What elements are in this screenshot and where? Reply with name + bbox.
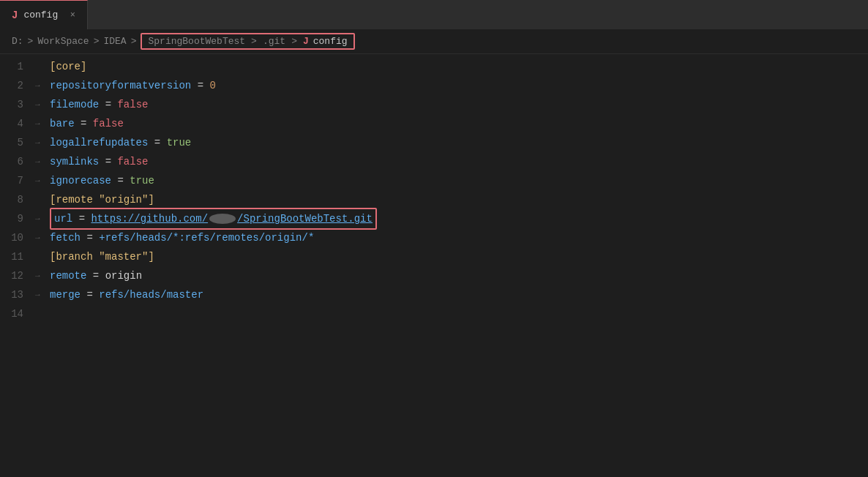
code-line-12: 12 → remote = origin [0,266,868,285]
val-repositoryformatversion: 0 [209,80,215,91]
tab-label: config [23,10,58,20]
equals-6: = [105,156,118,168]
line-content-3: filemode = false [50,95,868,114]
line-content-13: merge = refs/heads/master [50,285,868,304]
tab-file-icon: J [12,10,18,21]
line-content-10: fetch = +refs/heads/*:refs/remotes/origi… [50,228,868,247]
line-arrow-4: → [35,114,50,133]
line-arrow-12: → [35,266,50,285]
line-arrow-6: → [35,152,50,171]
equals-10: = [86,232,99,244]
key-ignorecase: ignorecase [50,175,111,187]
breadcrumb-project[interactable]: SpringBootWebTest [148,36,245,47]
line-content-8: [remote "origin"] [50,190,868,209]
key-fetch: fetch [50,232,81,244]
tab-close-button[interactable]: × [70,10,75,20]
val-bare: false [93,118,124,129]
line-number-3: 3 [0,95,35,114]
breadcrumb-filename: config [313,36,348,47]
val-url-suffix: /SpringBootWebTest.git [237,213,373,225]
line-arrow-10: → [35,228,50,247]
code-line-11: 11 [branch "master"] [0,247,868,266]
val-url-prefix: https://github.com/ [91,213,208,225]
breadcrumb-sep-2: > [94,36,100,47]
code-line-10: 10 → fetch = +refs/heads/*:refs/remotes/… [0,228,868,247]
url-line-highlight: url = https://github.com//SpringBootWebT… [50,208,377,230]
line-number-2: 2 [0,76,35,95]
line-content-4: bare = false [50,114,868,133]
equals-3: = [105,99,118,110]
breadcrumb-highlighted-section: SpringBootWebTest > .git > J config [141,33,354,50]
tab-bar: J config × [0,0,868,29]
line-number-8: 8 [0,190,35,209]
equals-5: = [154,137,167,149]
code-line-9: 9 → url = https://github.com//SpringBoot… [0,209,868,228]
line-content-2: repositoryformatversion = 0 [50,76,868,95]
breadcrumb-workspace[interactable]: WorkSpace [37,36,89,47]
line-arrow-9: → [35,209,50,228]
editor-area: 1 [core] 2 → repositoryformatversion = 0… [0,54,868,477]
line-number-14: 14 [0,304,35,323]
code-line-13: 13 → merge = refs/heads/master [0,285,868,304]
key-repositoryformatversion: repositoryformatversion [50,80,191,91]
code-line-4: 4 → bare = false [0,114,868,133]
breadcrumb-git[interactable]: .git [263,36,285,47]
breadcrumb-sep-3: > [131,36,137,47]
val-remote: origin [105,270,142,282]
key-url: url [54,213,72,225]
line-number-10: 10 [0,228,35,247]
breadcrumb-sep-1: > [28,36,34,47]
line-arrow-7: → [35,171,50,190]
line-number-6: 6 [0,152,35,171]
url-obscured [209,214,236,224]
line-number-1: 1 [0,57,35,76]
val-fetch: +refs/heads/*:refs/remotes/origin/* [99,232,314,244]
line-arrow-13: → [35,285,50,304]
line-number-13: 13 [0,285,35,304]
line-arrow-3: → [35,95,50,114]
breadcrumb-sep-5: > [291,36,297,47]
equals-12: = [93,270,105,282]
code-content: 1 [core] 2 → repositoryformatversion = 0… [0,54,868,326]
code-line-1: 1 [core] [0,57,868,76]
line-number-11: 11 [0,247,35,266]
config-tab[interactable]: J config × [0,0,88,29]
breadcrumb-file-icon: J [303,36,309,47]
key-symlinks: symlinks [50,156,99,168]
breadcrumb-bar: D: > WorkSpace > IDEA > SpringBootWebTes… [0,29,868,54]
line-content-12: remote = origin [50,266,868,285]
val-ignorecase: true [130,175,154,187]
val-merge: refs/heads/master [99,289,203,301]
equals-13: = [86,289,99,301]
breadcrumb-drive: D: [12,36,23,47]
line-number-9: 9 [0,209,35,228]
line-content-1: [core] [50,57,868,76]
breadcrumb-sep-4: > [251,36,257,47]
code-line-2: 2 → repositoryformatversion = 0 [0,76,868,95]
line-arrow-2: → [35,76,50,95]
equals-4: = [81,118,93,129]
breadcrumb-idea[interactable]: IDEA [103,36,126,47]
key-bare: bare [50,118,75,129]
section-core: [core] [50,61,86,72]
equals-2: = [198,80,210,91]
equals-9: = [79,213,91,225]
line-content-11: [branch "master"] [50,247,868,266]
code-line-14: 14 [0,304,868,323]
line-number-4: 4 [0,114,35,133]
equals-7: = [117,175,130,187]
line-number-7: 7 [0,171,35,190]
code-line-7: 7 → ignorecase = true [0,171,868,190]
val-filemode: false [117,99,148,110]
section-branch: [branch "master"] [50,251,154,263]
key-remote: remote [50,270,86,282]
line-number-5: 5 [0,133,35,152]
line-content-6: symlinks = false [50,152,868,171]
code-line-5: 5 → logallrefupdates = true [0,133,868,152]
line-arrow-5: → [35,133,50,152]
key-merge: merge [50,289,81,301]
line-content-5: logallrefupdates = true [50,133,868,152]
val-logallrefupdates: true [167,137,192,149]
line-content-9: url = https://github.com//SpringBootWebT… [50,208,868,230]
key-filemode: filemode [50,99,99,110]
